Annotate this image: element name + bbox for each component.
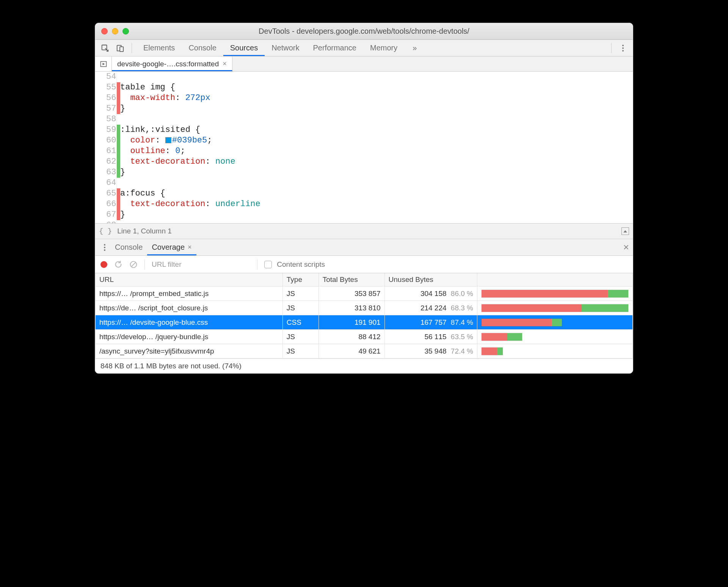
toggle-sidebar-icon[interactable]	[621, 227, 629, 235]
content-scripts-label: Content scripts	[277, 260, 325, 268]
code-line[interactable]: 68	[95, 220, 633, 223]
line-number: 63	[95, 167, 116, 178]
window-title: DevTools - developers.google.com/web/too…	[95, 27, 633, 36]
coverage-gutter	[116, 188, 120, 199]
close-tab-icon[interactable]: ×	[223, 60, 227, 68]
coverage-gutter	[116, 103, 120, 114]
coverage-row[interactable]: https://develop… /jquery-bundle.jsJS88 4…	[96, 330, 633, 344]
cursor-position: Line 1, Column 1	[117, 227, 172, 235]
column-header[interactable]: URL	[96, 273, 283, 286]
coverage-row[interactable]: https://… /devsite-google-blue.cssCSS191…	[96, 315, 633, 330]
cell-type: JS	[282, 301, 318, 315]
code-content	[120, 72, 633, 82]
tab-sources[interactable]: Sources	[223, 40, 265, 56]
device-toolbar-icon[interactable]	[113, 41, 127, 55]
code-line[interactable]: 57}	[95, 103, 633, 114]
close-window-button[interactable]	[101, 28, 108, 34]
cell-type: CSS	[282, 315, 318, 330]
code-line[interactable]: 59:link,:visited {	[95, 125, 633, 135]
coverage-table: URLTypeTotal BytesUnused Bytes https://……	[95, 273, 633, 358]
cell-usage-bar	[477, 301, 633, 315]
code-line[interactable]: 64	[95, 178, 633, 188]
column-header[interactable]: Total Bytes	[318, 273, 384, 286]
code-line[interactable]: 65a:focus {	[95, 188, 633, 199]
cell-url: https://… /prompt_embed_static.js	[96, 286, 283, 301]
record-button-icon[interactable]	[100, 261, 107, 268]
close-drawer-icon[interactable]: ×	[623, 241, 629, 253]
code-line[interactable]: 54	[95, 72, 633, 82]
url-filter-input[interactable]: URL filter	[152, 260, 250, 269]
code-content: max-width: 272px	[120, 93, 633, 103]
separator	[611, 43, 612, 53]
column-header[interactable]	[477, 273, 633, 286]
content-scripts-toggle[interactable]: Content scripts	[264, 260, 325, 269]
cell-unused-bytes: 214 224 68.3 %	[384, 301, 477, 315]
line-number: 60	[95, 135, 116, 146]
coverage-row[interactable]: https://… /prompt_embed_static.jsJS353 8…	[96, 286, 633, 301]
cell-unused-bytes: 304 158 86.0 %	[384, 286, 477, 301]
code-line[interactable]: 62 text-decoration: none	[95, 157, 633, 167]
tab-performance[interactable]: Performance	[306, 40, 364, 56]
coverage-gutter	[116, 125, 120, 135]
coverage-toolbar: URL filter Content scripts	[95, 256, 633, 273]
code-content: a:focus {	[120, 188, 633, 199]
cell-total-bytes: 313 810	[318, 301, 384, 315]
code-content: }	[120, 210, 633, 220]
code-line[interactable]: 56 max-width: 272px	[95, 93, 633, 103]
code-line[interactable]: 63}	[95, 167, 633, 178]
code-line[interactable]: 60 color: #039be5;	[95, 135, 633, 146]
column-header[interactable]: Unused Bytes	[384, 273, 477, 286]
main-tab-strip: ElementsConsoleSourcesNetworkPerformance…	[95, 40, 633, 56]
code-line[interactable]: 66 text-decoration: underline	[95, 199, 633, 210]
cell-total-bytes: 191 901	[318, 315, 384, 330]
code-line[interactable]: 67}	[95, 210, 633, 220]
line-number: 55	[95, 82, 116, 93]
cell-type: JS	[282, 286, 318, 301]
close-tab-icon[interactable]: ×	[188, 243, 192, 251]
cell-url: https://develop… /jquery-bundle.js	[96, 330, 283, 344]
navigator-toggle-icon[interactable]	[95, 56, 112, 71]
code-line[interactable]: 58	[95, 114, 633, 125]
coverage-gutter	[116, 178, 120, 188]
editor-status-bar: { } Line 1, Column 1	[95, 223, 633, 239]
separator	[257, 260, 257, 269]
code-line[interactable]: 55table img {	[95, 82, 633, 93]
cell-usage-bar	[477, 286, 633, 301]
file-tab-active[interactable]: devsite-google-….css:formatted ×	[112, 56, 232, 71]
file-tab-label: devsite-google-….css:formatted	[117, 60, 219, 68]
code-content: color: #039be5;	[120, 135, 633, 146]
tab-console[interactable]: Console	[182, 40, 223, 56]
line-number: 57	[95, 103, 116, 114]
coverage-gutter	[116, 93, 120, 103]
line-number: 65	[95, 188, 116, 199]
reload-icon[interactable]	[114, 260, 122, 269]
code-editor[interactable]: 5455table img {56 max-width: 272px57}585…	[95, 72, 633, 223]
settings-menu-button[interactable]	[616, 41, 630, 55]
zoom-window-button[interactable]	[122, 28, 129, 34]
cell-usage-bar	[477, 344, 633, 358]
cell-total-bytes: 88 412	[318, 330, 384, 344]
tab-network[interactable]: Network	[265, 40, 306, 56]
coverage-gutter	[116, 72, 120, 82]
code-content: text-decoration: none	[120, 157, 633, 167]
window-controls	[95, 28, 129, 34]
drawer-tab-console[interactable]: Console	[110, 239, 147, 255]
coverage-row[interactable]: /async_survey?site=ylj5ifxusvvmr4pJS49 6…	[96, 344, 633, 358]
code-content: }	[120, 103, 633, 114]
tab-memory[interactable]: Memory	[363, 40, 404, 56]
tab-elements[interactable]: Elements	[136, 40, 182, 56]
drawer-menu-button[interactable]	[99, 244, 110, 251]
pretty-print-icon[interactable]: { }	[99, 227, 117, 235]
coverage-row[interactable]: https://de… /script_foot_closure.jsJS313…	[96, 301, 633, 315]
column-header[interactable]: Type	[282, 273, 318, 286]
code-content	[120, 220, 633, 223]
clear-icon[interactable]	[129, 260, 138, 269]
code-line[interactable]: 61 outline: 0;	[95, 146, 633, 157]
minimize-window-button[interactable]	[112, 28, 118, 34]
cell-url: https://de… /script_foot_closure.js	[96, 301, 283, 315]
inspect-element-icon[interactable]	[98, 41, 112, 55]
drawer-tab-coverage[interactable]: Coverage×	[147, 239, 196, 255]
coverage-gutter	[116, 220, 120, 223]
cell-type: JS	[282, 344, 318, 358]
overflow-tabs-button[interactable]: »	[406, 40, 424, 56]
